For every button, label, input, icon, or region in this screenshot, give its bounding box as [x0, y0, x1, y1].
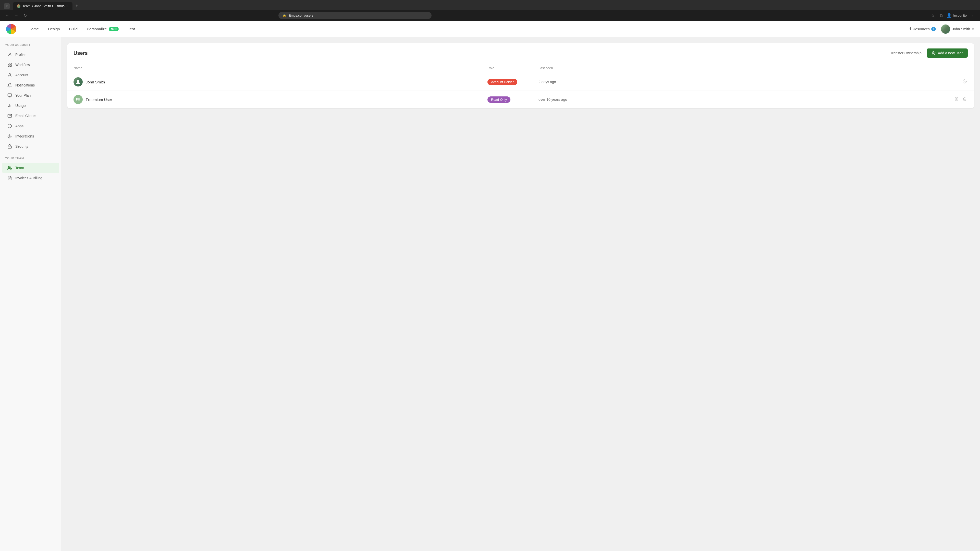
- user-name: John Smith: [952, 27, 970, 31]
- settings-icon-john-smith[interactable]: [962, 78, 968, 86]
- notifications-icon: [7, 83, 12, 88]
- nav-test[interactable]: Test: [124, 25, 139, 33]
- sidebar-your-plan-label: Your Plan: [15, 94, 30, 97]
- sidebar-account-label: Account: [15, 73, 28, 77]
- col-name: Name: [73, 66, 487, 70]
- sidebar-security-label: Security: [15, 144, 28, 148]
- sidebar-workflow-label: Workflow: [15, 63, 30, 67]
- your-account-section-label: YOUR ACCOUNT: [0, 43, 61, 49]
- sidebar-item-integrations[interactable]: Integrations: [2, 131, 59, 141]
- user-name-john-smith: John Smith: [86, 80, 105, 84]
- row-actions-john-smith: [953, 78, 968, 86]
- settings-icon-freemium[interactable]: [953, 96, 959, 103]
- sidebar-profile-label: Profile: [15, 52, 25, 57]
- bookmark-button[interactable]: ☆: [930, 12, 935, 19]
- info-icon: ℹ: [910, 27, 911, 32]
- your-team-section-label: YOUR TEAM: [0, 157, 61, 163]
- incognito-icon: 👤: [947, 13, 952, 18]
- last-seen-freemium: over 10 years ago: [538, 97, 953, 102]
- add-user-label: Add a new user: [938, 51, 963, 55]
- your-plan-icon: [7, 93, 12, 98]
- table-row: John Smith Account Holder 2 days ago: [67, 73, 974, 91]
- url-text: litmus.com/users: [288, 14, 313, 17]
- sidebar-item-account[interactable]: Account: [2, 70, 59, 80]
- email-clients-icon: [7, 113, 12, 118]
- svg-point-13: [8, 166, 10, 168]
- active-tab[interactable]: Team > John Smith > Litmus ×: [13, 2, 73, 10]
- new-tab-button[interactable]: +: [73, 2, 80, 10]
- split-view-button[interactable]: ⧉: [939, 12, 943, 19]
- table-header: Name Role Last seen: [67, 63, 974, 73]
- user-name-cell-john-smith: John Smith: [73, 77, 487, 86]
- nav-personalize-label: Personalize: [87, 27, 107, 31]
- transfer-ownership-button[interactable]: Transfer Ownership: [890, 51, 921, 55]
- main-layout: YOUR ACCOUNT Profile Workflow Account No…: [0, 37, 980, 551]
- sidebar-usage-label: Usage: [15, 103, 25, 108]
- user-name-cell-freemium: FU Freemium User: [73, 95, 487, 104]
- nav-build[interactable]: Build: [65, 25, 82, 33]
- add-new-user-button[interactable]: Add a new user: [927, 48, 968, 58]
- incognito-label: Incognito: [953, 14, 967, 17]
- sidebar-apps-label: Apps: [15, 124, 24, 128]
- sidebar-item-invoices-billing[interactable]: Invoices & Billing: [2, 173, 59, 183]
- role-cell-freemium: Read-Only: [487, 97, 538, 103]
- app-header: Home Design Build Personalize New Test ℹ…: [0, 21, 980, 37]
- workspace-switcher[interactable]: ▾: [4, 3, 10, 9]
- panel-title: Users: [73, 50, 88, 56]
- delete-icon-freemium[interactable]: [962, 96, 968, 103]
- svg-rect-3: [8, 65, 9, 67]
- refresh-button[interactable]: ↻: [22, 12, 28, 19]
- sidebar-item-security[interactable]: Security: [2, 141, 59, 151]
- svg-point-21: [956, 98, 957, 100]
- apps-icon: [7, 124, 12, 129]
- avatar-john-smith: [73, 77, 83, 86]
- tab-favicon: [17, 4, 21, 8]
- panel-actions: Transfer Ownership Add a new user: [890, 48, 968, 58]
- sidebar-item-notifications[interactable]: Notifications: [2, 80, 59, 90]
- tab-title: Team > John Smith > Litmus: [22, 4, 65, 8]
- security-icon: [7, 144, 12, 149]
- sidebar-item-apps[interactable]: Apps: [2, 121, 59, 131]
- sidebar-item-usage[interactable]: Usage: [2, 100, 59, 111]
- sidebar-item-workflow[interactable]: Workflow: [2, 60, 59, 70]
- sidebar-item-team[interactable]: Team: [2, 163, 59, 173]
- sidebar-notifications-label: Notifications: [15, 83, 35, 87]
- table-row: FU Freemium User Read-Only over 10 years…: [67, 91, 974, 108]
- tab-bar: ▾ Team > John Smith > Litmus × +: [0, 0, 980, 10]
- back-button[interactable]: ←: [4, 12, 10, 19]
- browser-menu-button[interactable]: ⋮: [970, 12, 976, 19]
- svg-rect-2: [10, 63, 11, 64]
- resources-button[interactable]: ℹ Resources 1: [910, 27, 936, 32]
- nav-personalize[interactable]: Personalize New: [83, 25, 123, 33]
- user-chevron-icon: ▾: [972, 27, 974, 31]
- tab-close-button[interactable]: ×: [67, 4, 68, 8]
- nav-design[interactable]: Design: [44, 25, 64, 33]
- forward-button[interactable]: →: [13, 12, 19, 19]
- sidebar-item-profile[interactable]: Profile: [2, 49, 59, 60]
- svg-point-19: [77, 80, 79, 82]
- address-bar: ← → ↻ 🔒 litmus.com/users ☆ ⧉ 👤 Incognito…: [0, 10, 980, 21]
- header-right: ℹ Resources 1 John Smith ▾: [910, 24, 974, 34]
- svg-rect-12: [8, 146, 11, 148]
- url-bar[interactable]: 🔒 litmus.com/users: [278, 12, 431, 19]
- invoices-billing-icon: [7, 176, 12, 181]
- row-actions-freemium: [953, 96, 968, 103]
- user-avatar: [941, 24, 950, 34]
- add-user-icon: [932, 51, 936, 55]
- avatar-initials-freemium: FU: [76, 98, 80, 101]
- sidebar-item-your-plan[interactable]: Your Plan: [2, 90, 59, 100]
- sidebar-invoices-billing-label: Invoices & Billing: [15, 176, 42, 180]
- app-logo[interactable]: [6, 24, 16, 34]
- account-holder-badge: Account Holder: [487, 79, 517, 85]
- svg-point-16: [932, 52, 934, 53]
- svg-point-5: [9, 73, 11, 75]
- sidebar-item-email-clients[interactable]: Email Clients: [2, 111, 59, 121]
- security-icon: 🔒: [283, 14, 286, 17]
- nav-home[interactable]: Home: [24, 25, 43, 33]
- sidebar-integrations-label: Integrations: [15, 134, 34, 138]
- read-only-badge: Read-Only: [487, 97, 511, 103]
- sidebar: YOUR ACCOUNT Profile Workflow Account No…: [0, 37, 61, 551]
- users-panel: Users Transfer Ownership Add a new user …: [67, 43, 974, 108]
- user-menu[interactable]: John Smith ▾: [941, 24, 974, 34]
- incognito-indicator: 👤 Incognito: [947, 13, 967, 18]
